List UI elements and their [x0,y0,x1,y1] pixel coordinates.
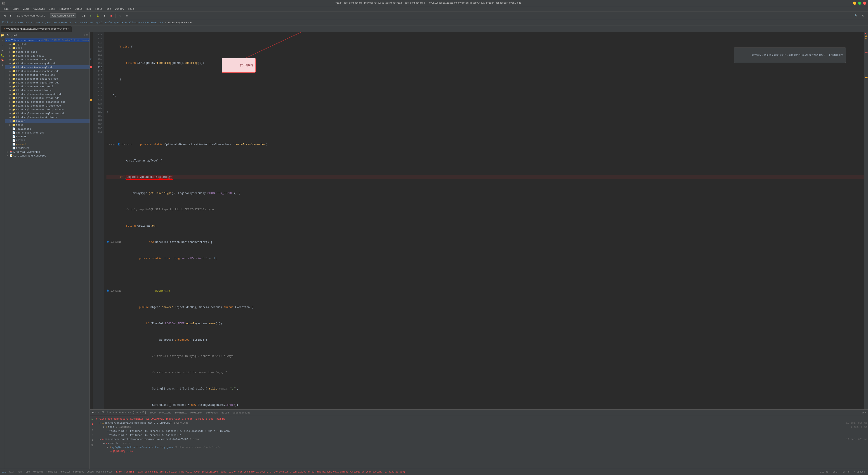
tree-item-sql-postgres[interactable]: ▶ 📁 flink-sql-connector-postgres-cdc [5,108,90,112]
tree-item-postgres[interactable]: ▶ 📁 flink-connector-postgres-cdc [5,77,90,81]
tab-services[interactable]: Services [204,411,220,415]
run-item-file[interactable]: ▼ J MySqlDeserializationConverterFactory… [107,445,867,449]
terminal-status-label[interactable]: Terminal [46,471,57,473]
stop-button[interactable]: ■ [108,14,114,18]
git-status-label[interactable]: Git [2,471,6,473]
tab-mysql-factory[interactable]: J MySqlDeserializationConverterFactory.j… [1,26,72,32]
tab-profiler[interactable]: Profiler [188,411,204,415]
maximize-button[interactable]: □ [858,2,861,5]
tree-item-sql-tidb[interactable]: ▶ 📁 flink-sql-connector-tidb-cdc [5,115,90,119]
bc-class[interactable]: MySqlDeserializationConverterFactory [114,22,163,24]
tree-item-debezium[interactable]: ▶ 📁 flink-connector-debezium [5,58,90,61]
tab-build[interactable]: Build [220,411,231,415]
filter-button[interactable]: ⊘ [90,438,95,442]
tree-icon-settings[interactable]: ⚙ [84,34,86,37]
tree-item-readme[interactable]: 📄 README.md [5,146,90,150]
forward-button[interactable]: ▶ [8,13,13,18]
tab-run[interactable]: Run: ⬥ flink-cdc-connectors [install] [90,410,148,415]
scroll-to-end-button[interactable]: ↓ [90,433,95,437]
run-item-mysql[interactable]: ▶ ⊗ com.ververica:flink-connector-mysql-… [100,437,867,441]
settings-button[interactable]: ⚙ [124,13,130,18]
menu-build[interactable]: Build [73,7,84,11]
bc-java[interactable]: java [45,22,51,24]
run-item-compile[interactable]: ▶ ⊗ compile 1 error [103,441,867,445]
tree-item-root[interactable]: ▼ 🗁 flink-cdc-connectors C:\Users\62351\… [5,38,90,42]
menu-tools[interactable]: Tools [93,7,104,11]
tree-item-sql-oracle[interactable]: ▶ 📁 flink-sql-connector-oracle-cdc [5,104,90,108]
minimize-button[interactable]: − [853,2,856,5]
run-status-label[interactable]: Run [18,471,22,473]
bc-main[interactable]: main [37,22,43,24]
run-item-base[interactable]: ▶ ⚠ com.ververica:flink-cdc-base:jar:2.3… [100,421,867,425]
tree-item-sqlserver[interactable]: ▶ 📁 flink-connector-sqlserver-cdc [5,81,90,85]
tree-item-sql-mysql[interactable]: ▶ 📁 flink-sql-connector-mysql-cdc [5,96,90,100]
tree-item-notice[interactable]: 📄 NOTICE [5,139,90,142]
tab-problems[interactable]: Problems [157,411,173,415]
menu-run[interactable]: Run [85,7,93,11]
menu-refactor[interactable]: Refactor [57,7,72,11]
tree-item-sql-oceanbase[interactable]: ▶ 📁 flink-sql-connector-oceanbase-cdc [5,100,90,104]
tab-todo[interactable]: TODO [148,411,157,415]
services-status-label[interactable]: Services [73,471,84,473]
stop-run-button[interactable]: ■ [90,422,95,426]
tree-item-mongodb[interactable]: ▶ 📁 flink-connector-mongodb-cdc [5,61,90,65]
menu-file[interactable]: File [1,7,10,11]
tree-item-sql-mongodb[interactable]: ▶ 📁 flink-sql-connector-mongodb-cdc [5,92,90,96]
debug-tool-icon[interactable]: 🐛 [0,53,5,57]
tree-item-oceanbase[interactable]: ▶ 📁 flink-connector-oceanbase-cdc [5,69,90,73]
code-content[interactable]: } else { return StringData.fromString(db… [104,32,864,409]
tree-item-scratches[interactable]: ▶ 📝 Scratches and Consoles [5,154,90,158]
tree-item-oracle[interactable]: ▶ 📁 flink-connector-oracle-cdc [5,73,90,77]
bc-root[interactable]: flink-cdc-connectors [2,22,29,24]
menu-edit[interactable]: Edit [11,7,20,11]
tree-item-test-util[interactable]: ▶ 📁 flink-connector-test-util [5,85,90,88]
bc-ververica[interactable]: ververica [59,22,71,24]
debug-button[interactable]: 🐛 [94,13,101,18]
tree-item-tools[interactable]: ▶ 📁 tools [5,123,90,127]
close-button[interactable]: × [863,2,866,5]
commit-icon[interactable]: ✓ [0,38,5,42]
structure-icon[interactable]: ≡ [0,63,5,67]
panel-close-icon[interactable]: × [865,411,866,414]
tree-item-pom[interactable]: 📄 pom.xml [5,142,90,146]
update-button[interactable]: ↻ [118,13,123,18]
run-tree[interactable]: ⊗ flink-cdc-connectors [install]: At 202… [95,416,868,475]
indent-label[interactable]: 4 spaces [852,471,866,473]
run-item-test[interactable]: ▶ ⚠ test 2 warnings 1 sec, 9 ms [103,425,867,429]
run-with-coverage-button[interactable]: ▶̲ [102,13,107,18]
run-button[interactable]: ▶ [88,13,94,18]
build-status-label[interactable]: Build [87,471,94,473]
tree-item-tidb[interactable]: ▶ 📁 flink-connector-tidb-cdc [5,88,90,92]
add-configuration-button[interactable]: Add Configuration ▾ [50,13,76,18]
tree-item-target[interactable]: ▼ 📁 target [5,119,90,123]
bc-table[interactable]: table [105,22,112,24]
clear-button[interactable]: 🗑 [90,443,95,447]
tab-dependencies[interactable]: Dependencies [231,411,252,415]
menu-view[interactable]: View [21,7,31,11]
bc-connectors[interactable]: connectors [80,22,94,24]
run-item-main[interactable]: ⊗ flink-cdc-connectors [install]: At 202… [96,417,867,421]
bc-method[interactable]: createArrayConverter [165,22,192,24]
tree-icon-hide[interactable]: × [86,34,88,37]
bc-src[interactable]: src [31,22,35,24]
pull-requests-icon[interactable]: ⇅ [0,43,5,48]
menu-window[interactable]: Window [113,7,126,11]
search-everywhere-button[interactable]: 🔍 [852,13,860,18]
run-again-button[interactable]: ▶ [90,417,95,421]
bc-cdc[interactable]: cdc [74,22,78,24]
tree-item-e2e[interactable]: ▶ 📁 flink-cdc-e2e-tests [5,54,90,58]
line-ending[interactable]: CRLF [831,471,839,473]
todo-status-label[interactable]: TODO [24,471,30,473]
profiler-status-label[interactable]: Profiler [60,471,70,473]
problems-status-label[interactable]: Problems [33,471,43,473]
tab-terminal[interactable]: Terminal [173,411,188,415]
tree-item-gitignore[interactable]: 📄 .gitignore [5,127,90,131]
bookmarks-icon[interactable]: 🔖 [0,58,5,62]
tree-item-github[interactable]: ▶ 📁 .github [5,42,90,46]
run-tool-icon[interactable]: ▶ [0,48,5,53]
bc-mysql[interactable]: mysql [96,22,103,24]
tree-item-license[interactable]: 📄 LICENSE [5,135,90,139]
settings-gear-button[interactable]: ⚙ [860,13,866,18]
dependencies-status-label[interactable]: Dependencies [96,471,113,473]
tree-item-azure[interactable]: 📄 azure-pipelines.yml [5,131,90,135]
